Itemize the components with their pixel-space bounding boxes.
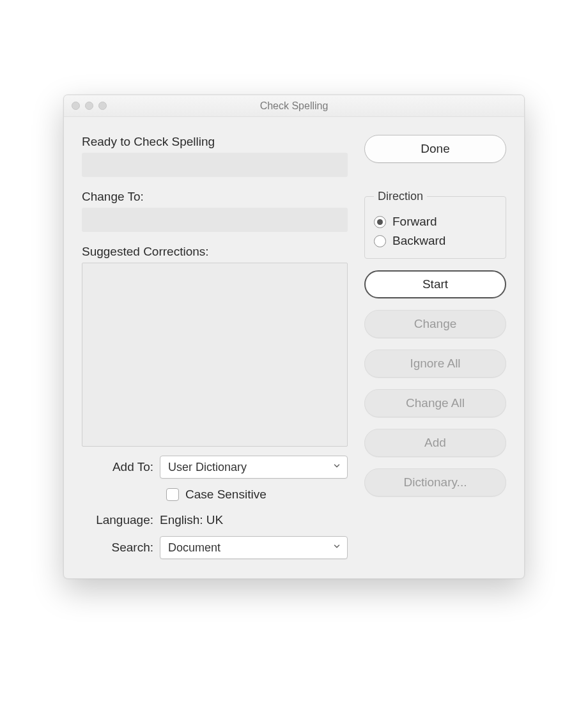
search-label: Search:: [82, 541, 160, 555]
dialog-content: Ready to Check Spelling Change To: Sugge…: [64, 117, 524, 578]
direction-legend: Direction: [374, 190, 427, 203]
add-to-label: Add To:: [82, 460, 160, 474]
change-button[interactable]: Change: [364, 310, 506, 338]
ignore-all-button[interactable]: Ignore All: [364, 350, 506, 378]
change-all-button[interactable]: Change All: [364, 389, 506, 417]
start-button[interactable]: Start: [364, 270, 506, 298]
right-column: Done Direction Forward Backward Start Ch…: [364, 135, 506, 559]
left-column: Ready to Check Spelling Change To: Sugge…: [82, 135, 348, 559]
add-to-row: Add To: User Dictionary: [82, 456, 348, 479]
case-sensitive-label: Case Sensitive: [185, 488, 267, 502]
window-title: Check Spelling: [64, 100, 524, 112]
language-row: Language: English: UK: [82, 513, 348, 527]
close-icon[interactable]: [72, 102, 80, 110]
add-button[interactable]: Add: [364, 429, 506, 457]
window-controls: [64, 102, 107, 110]
search-row: Search: Document: [82, 536, 348, 559]
radio-backward-label: Backward: [392, 234, 445, 248]
search-select[interactable]: Document: [160, 536, 348, 559]
ready-label: Ready to Check Spelling: [82, 135, 348, 149]
ready-block: Ready to Check Spelling: [82, 135, 348, 177]
radio-forward-label: Forward: [392, 215, 437, 229]
misspelled-word-field: [82, 153, 348, 177]
done-button[interactable]: Done: [364, 135, 506, 163]
add-to-value: User Dictionary: [168, 461, 247, 474]
suggestions-block: Suggested Corrections:: [82, 245, 348, 447]
radio-backward[interactable]: [374, 235, 386, 247]
add-to-select[interactable]: User Dictionary: [160, 456, 348, 479]
search-value: Document: [168, 541, 220, 555]
dictionary-button[interactable]: Dictionary...: [364, 468, 506, 496]
check-spelling-window: Check Spelling Ready to Check Spelling C…: [63, 95, 525, 579]
case-sensitive-row: Case Sensitive: [166, 488, 348, 502]
titlebar: Check Spelling: [64, 95, 524, 117]
language-value: English: UK: [160, 513, 223, 527]
case-sensitive-checkbox[interactable]: [166, 488, 179, 501]
suggestions-list[interactable]: [82, 263, 348, 447]
minimize-icon[interactable]: [85, 102, 93, 110]
change-to-input[interactable]: [82, 208, 348, 232]
direction-forward-row[interactable]: Forward: [374, 215, 497, 229]
change-to-block: Change To:: [82, 190, 348, 232]
change-to-label: Change To:: [82, 190, 348, 204]
radio-forward[interactable]: [374, 216, 386, 228]
direction-backward-row[interactable]: Backward: [374, 234, 497, 248]
direction-group: Direction Forward Backward: [364, 190, 506, 259]
language-label: Language:: [82, 513, 160, 527]
suggestions-label: Suggested Corrections:: [82, 245, 348, 259]
zoom-icon[interactable]: [98, 102, 107, 110]
